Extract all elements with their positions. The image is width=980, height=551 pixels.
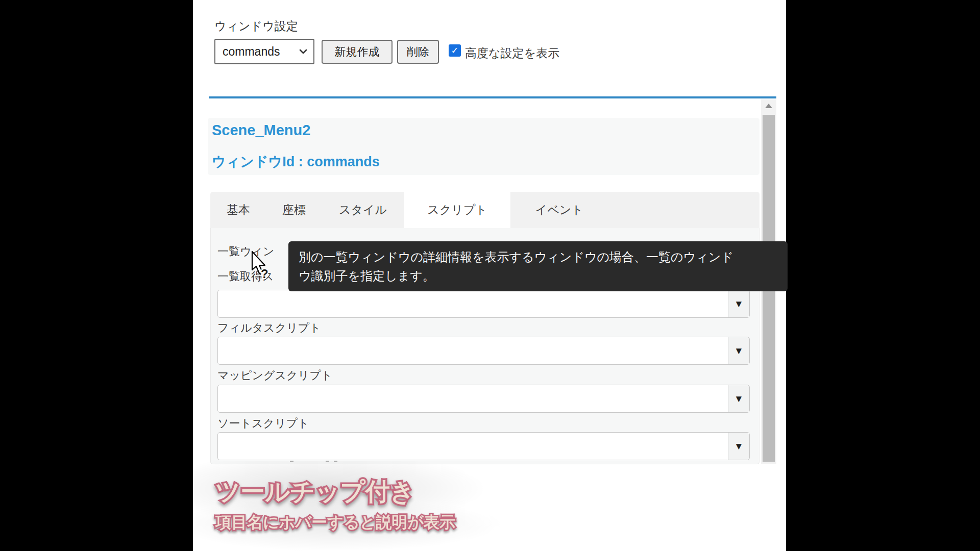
svg-text:?: ?	[261, 267, 268, 281]
svg-text:ツールチップ付き: ツールチップ付き	[215, 478, 415, 505]
tab-event[interactable]: イベント	[510, 192, 608, 228]
filter-script-combobox[interactable]: ▼	[217, 337, 750, 365]
caption-title-art: ツールチップ付き	[208, 470, 494, 511]
editor-tabs: 基本 座標 スタイル スクリプト イベント	[210, 192, 760, 228]
caption-subtitle-art: 項目名にホバーすると説明が表示	[208, 506, 525, 537]
window-select-value: commands	[223, 45, 280, 59]
dropdown-button[interactable]: ▼	[728, 385, 749, 412]
field-label-sort-script: ソートスクリプト	[217, 416, 309, 431]
section-divider	[209, 96, 776, 98]
window-id-heading: ウィンドウId : commands	[212, 153, 380, 171]
scene-title: Scene_Menu2	[212, 122, 310, 139]
screenshot-stage: ウィンドウ設定 commands 新規作成 削除 ✓ 高度な設定を表示 Scen…	[0, 0, 980, 551]
combobox-input[interactable]	[218, 337, 728, 364]
window-settings-title: ウィンドウ設定	[214, 18, 298, 34]
combobox-input[interactable]	[218, 433, 728, 460]
field-label-mapping-script: マッピングスクリプト	[217, 368, 332, 383]
dropdown-button[interactable]: ▼	[728, 290, 749, 317]
combobox-input[interactable]	[218, 385, 728, 412]
tab-basic[interactable]: 基本	[210, 192, 266, 228]
tab-script[interactable]: スクリプト	[404, 192, 510, 228]
help-cursor-icon: ?	[249, 251, 273, 281]
field-label-filter-script: フィルタスクリプト	[217, 320, 321, 336]
tab-coordinates[interactable]: 座標	[266, 192, 322, 228]
mapping-script-combobox[interactable]: ▼	[217, 385, 750, 413]
scrollbar-up-icon[interactable]	[765, 104, 772, 108]
tooltip-line-1: 別の一覧ウィンドウの詳細情報を表示するウィンドウの場合、一覧のウィンド	[299, 247, 777, 266]
dropdown-arrow-icon: ▼	[734, 345, 744, 357]
chevron-down-icon	[299, 49, 307, 54]
dropdown-arrow-icon: ▼	[734, 393, 744, 405]
dropdown-arrow-icon: ▼	[734, 298, 744, 310]
list-fetch-script-combobox[interactable]: ▼	[217, 290, 750, 318]
dropdown-arrow-icon: ▼	[734, 441, 744, 452]
combobox-input[interactable]	[218, 290, 728, 317]
dropdown-button[interactable]: ▼	[728, 337, 749, 364]
dropdown-button[interactable]: ▼	[728, 433, 749, 460]
sort-script-combobox[interactable]: ▼	[217, 432, 750, 460]
delete-button[interactable]: 削除	[397, 40, 439, 64]
window-header-panel: Scene_Menu2 ウィンドウId : commands	[208, 118, 760, 175]
create-button[interactable]: 新規作成	[322, 40, 393, 64]
svg-text:項目名にホバーすると説明が表示: 項目名にホバーすると説明が表示	[215, 513, 455, 531]
window-select[interactable]: commands	[214, 39, 314, 64]
tab-style[interactable]: スタイル	[322, 192, 404, 228]
field-help-tooltip: 別の一覧ウィンドウの詳細情報を表示するウィンドウの場合、一覧のウィンド ウ識別子…	[288, 241, 788, 291]
advanced-settings-checkbox[interactable]: ✓	[449, 44, 461, 57]
advanced-settings-label[interactable]: 高度な設定を表示	[465, 45, 559, 61]
tooltip-line-2: ウ識別子を指定します。	[299, 266, 777, 285]
